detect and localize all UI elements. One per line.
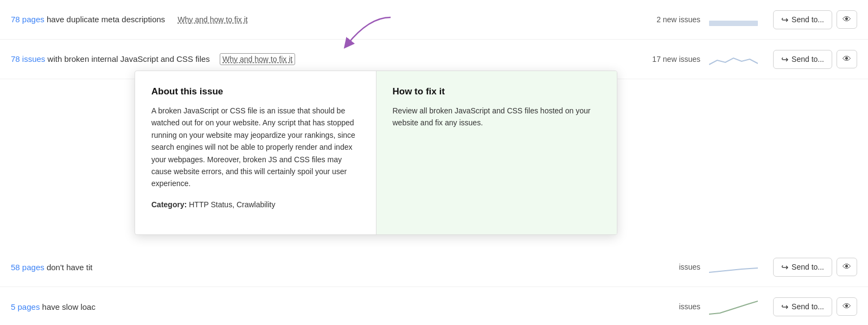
eye-icon: 👁 bbox=[843, 302, 851, 311]
send-to-label: Send to... bbox=[792, 55, 824, 63]
row-link[interactable]: 78 pages bbox=[11, 15, 44, 24]
row-description: don't have tit bbox=[47, 263, 93, 272]
tooltip-category-value: HTTP Status, Crawlability bbox=[189, 200, 275, 209]
action-buttons: ↪ Send to... 👁 bbox=[773, 258, 857, 277]
chart-sparkline bbox=[709, 10, 758, 29]
row-text: 78 pages have duplicate meta description… bbox=[11, 14, 614, 26]
why-link[interactable]: Why and how to fix it bbox=[175, 14, 251, 26]
tooltip-popup: About this issue A broken JavaScript or … bbox=[135, 71, 617, 235]
table-row: 78 pages have duplicate meta description… bbox=[0, 0, 868, 40]
svg-rect-0 bbox=[709, 21, 758, 26]
action-buttons: ↪ Send to... 👁 bbox=[773, 10, 857, 29]
chart-sparkline bbox=[709, 257, 758, 277]
row-text: 78 issues with broken internal JavaScrip… bbox=[11, 53, 614, 65]
issues-count: issues bbox=[614, 263, 700, 271]
action-buttons: ↪ Send to... 👁 bbox=[773, 297, 857, 316]
row-description: have duplicate meta descriptions bbox=[47, 15, 165, 24]
table-row: 58 pages don't have tit issues ↪ Send to… bbox=[0, 247, 868, 287]
send-to-button[interactable]: ↪ Send to... bbox=[773, 10, 832, 29]
tooltip-category-label: Category: bbox=[151, 200, 187, 209]
tooltip-fix-body: Review all broken JavaScript and CSS fil… bbox=[393, 105, 601, 129]
tooltip-about-section: About this issue A broken JavaScript or … bbox=[135, 71, 376, 234]
eye-icon: 👁 bbox=[843, 262, 851, 272]
issues-count: 2 new issues bbox=[614, 15, 700, 24]
issues-table: 78 pages have duplicate meta description… bbox=[0, 0, 868, 325]
eye-icon: 👁 bbox=[843, 15, 851, 24]
table-row: 5 pages have slow loac issues ↪ Send to.… bbox=[0, 287, 868, 325]
send-icon: ↪ bbox=[781, 262, 788, 272]
eye-icon: 👁 bbox=[843, 54, 851, 64]
send-icon: ↪ bbox=[781, 54, 788, 65]
send-to-button[interactable]: ↪ Send to... bbox=[773, 297, 832, 316]
send-to-label: Send to... bbox=[792, 302, 824, 311]
action-buttons: ↪ Send to... 👁 bbox=[773, 50, 857, 69]
eye-button[interactable]: 👁 bbox=[837, 50, 857, 68]
tooltip-about-title: About this issue bbox=[151, 86, 360, 97]
why-link-highlighted[interactable]: Why and how to fix it bbox=[220, 53, 295, 65]
chart-sparkline bbox=[709, 49, 758, 69]
row-link[interactable]: 58 pages bbox=[11, 263, 44, 272]
send-icon: ↪ bbox=[781, 302, 788, 312]
eye-button[interactable]: 👁 bbox=[837, 10, 857, 29]
row-text: 58 pages don't have tit bbox=[11, 263, 614, 272]
tooltip-about-body: A broken JavaScript or CSS file is an is… bbox=[151, 105, 360, 190]
send-to-button[interactable]: ↪ Send to... bbox=[773, 50, 832, 69]
tooltip-category: Category: HTTP Status, Crawlability bbox=[151, 199, 360, 211]
row-text: 5 pages have slow loac bbox=[11, 302, 614, 311]
row-description: with broken internal JavaScript and CSS … bbox=[48, 54, 210, 63]
tooltip-fix-section: How to fix it Review all broken JavaScri… bbox=[376, 71, 617, 234]
eye-button[interactable]: 👁 bbox=[837, 258, 857, 276]
eye-button[interactable]: 👁 bbox=[837, 297, 857, 316]
send-to-label: Send to... bbox=[792, 15, 824, 24]
send-to-button[interactable]: ↪ Send to... bbox=[773, 258, 832, 277]
row-link[interactable]: 78 issues bbox=[11, 54, 45, 63]
chart-sparkline bbox=[709, 297, 758, 316]
row-link[interactable]: 5 pages bbox=[11, 302, 40, 311]
issues-count: 17 new issues bbox=[614, 55, 700, 63]
row-description: have slow loac bbox=[42, 302, 95, 311]
send-to-label: Send to... bbox=[792, 263, 824, 271]
tooltip-fix-title: How to fix it bbox=[393, 86, 601, 97]
issues-count: issues bbox=[614, 302, 700, 311]
send-icon: ↪ bbox=[781, 15, 788, 25]
